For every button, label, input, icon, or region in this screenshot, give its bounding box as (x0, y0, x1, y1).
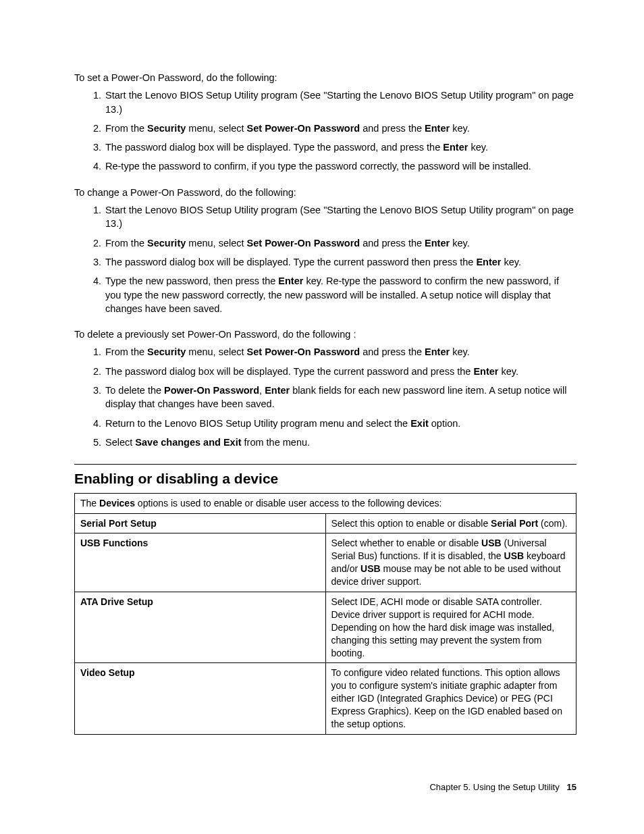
document-page: To set a Power-On Password, do the follo… (0, 0, 644, 834)
table-row: Video Setup To configure video related f… (75, 663, 576, 734)
table-row: ATA Drive Setup Select IDE, ACHI mode or… (75, 592, 576, 662)
devices-table: The Devices options is used to enable or… (74, 493, 576, 735)
list-item: From the Security menu, select Set Power… (104, 345, 576, 359)
list-item: From the Security menu, select Set Power… (104, 122, 576, 135)
section-heading: Enabling or disabling a device (74, 464, 576, 488)
list-item: To delete the Power-On Password, Enter b… (104, 384, 576, 411)
section1-list: Start the Lenovo BIOS Setup Utility prog… (74, 88, 576, 173)
table-cell: To configure video related functions. Th… (325, 663, 576, 734)
table-row: USB Functions Select whether to enable o… (75, 533, 576, 592)
list-item: Start the Lenovo BIOS Setup Utility prog… (104, 88, 576, 116)
list-item: From the Security menu, select Set Power… (104, 236, 576, 250)
table-row: Serial Port Setup Select this option to … (75, 513, 576, 533)
section3-intro: To delete a previously set Power-On Pass… (74, 328, 576, 341)
table-cell: Select whether to enable or disable USB … (325, 533, 576, 592)
list-item: Start the Lenovo BIOS Setup Utility prog… (104, 203, 576, 231)
list-item: The password dialog box will be displaye… (104, 255, 576, 269)
section2-intro: To change a Power-On Password, do the fo… (74, 186, 576, 199)
page-footer: Chapter 5. Using the Setup Utility 15 (429, 781, 576, 793)
list-item: The password dialog box will be displaye… (104, 365, 576, 378)
list-item: Re-type the password to confirm, if you … (104, 159, 576, 173)
list-item: Return to the Lenovo BIOS Setup Utility … (104, 417, 576, 430)
list-item: The password dialog box will be displaye… (104, 140, 576, 154)
list-item: Type the new password, then press the En… (104, 274, 576, 315)
section1-intro: To set a Power-On Password, do the follo… (74, 71, 576, 84)
list-item: Select Save changes and Exit from the me… (104, 436, 576, 449)
table-header: The Devices options is used to enable or… (75, 493, 576, 513)
section2-list: Start the Lenovo BIOS Setup Utility prog… (74, 203, 576, 315)
table-cell: Select this option to enable or disable … (325, 513, 576, 533)
table-cell: Select IDE, ACHI mode or disable SATA co… (325, 592, 576, 662)
section3-list: From the Security menu, select Set Power… (74, 345, 576, 449)
